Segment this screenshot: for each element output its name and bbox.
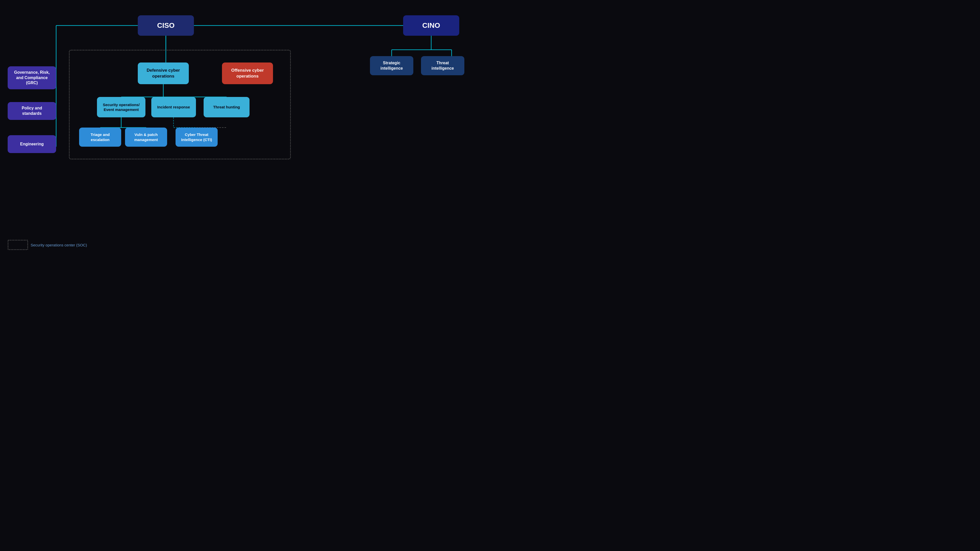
policy-label: Policy and standards [12,106,52,116]
cino-node: CINO [403,15,459,36]
defensive-label: Defensive cyber operations [142,68,185,79]
secops-node: Security operations/ Event management [97,97,145,118]
ciso-node: CISO [138,15,194,36]
cti-label: Cyber Threat Intelligence (CTI) [180,132,213,142]
grc-node: Governance, Risk, and Compliance (GRC) [8,66,56,89]
vuln-label: Vuln & patch management [129,132,163,142]
triage-node: Triage and escalation [79,127,121,147]
policy-node: Policy and standards [8,102,56,120]
legend-label: Security operations center (SOC) [30,243,87,247]
strategic-intelligence-node: Strategic intelligence [370,56,413,75]
triage-label: Triage and escalation [83,132,117,142]
threat-hunting-node: Threat hunting [204,97,250,118]
engineering-label: Engineering [20,141,44,147]
strategic-label: Strategic intelligence [374,60,409,71]
diagram-container: CISO CINO Governance, Risk, and Complian… [0,0,490,275]
offensive-cyber-node: Offensive cyber operations [222,62,273,84]
engineering-node: Engineering [8,135,56,153]
threathunt-label: Threat hunting [213,105,240,110]
offensive-label: Offensive cyber operations [226,68,269,79]
vuln-patch-node: Vuln & patch management [125,127,167,147]
grc-label: Governance, Risk, and Compliance (GRC) [12,70,52,86]
secops-label: Security operations/ Event management [101,102,142,112]
incident-response-node: Incident response [151,97,196,118]
threat-intel-label: Threat intelligence [425,60,460,71]
threat-intelligence-node: Threat intelligence [421,56,465,75]
cti-node: Cyber Threat Intelligence (CTI) [175,127,218,147]
cino-label: CINO [422,21,440,30]
incident-label: Incident response [157,105,190,110]
legend-box-icon [8,240,28,250]
defensive-cyber-node: Defensive cyber operations [138,62,189,84]
soc-legend: Security operations center (SOC) [8,240,87,250]
ciso-label: CISO [157,21,175,30]
